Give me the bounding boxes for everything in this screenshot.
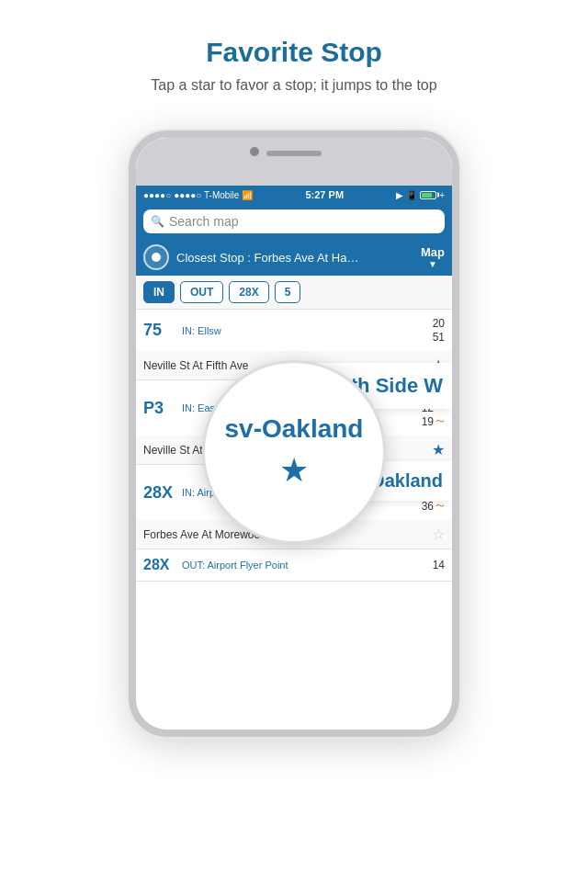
- time-value: 51: [433, 331, 445, 344]
- map-label: Map: [421, 245, 445, 259]
- wifi-icon: 📶: [242, 190, 253, 200]
- tab-28x[interactable]: 28X: [229, 281, 268, 303]
- magnify-inner: sv-Oakland ★: [205, 396, 383, 508]
- phone-top-bar: [136, 138, 452, 186]
- time-entry-75-2: 51: [433, 331, 445, 344]
- time-value: 20: [433, 317, 445, 330]
- status-time: 5:27 PM: [305, 189, 344, 200]
- route-number-p3: P3: [143, 399, 176, 418]
- wave-icon: 〜: [435, 500, 445, 513]
- location-icon: ▶: [396, 190, 403, 200]
- battery-icon: [420, 191, 436, 199]
- time-entry-p3-3: 19 〜: [422, 415, 445, 428]
- route-number-75: 75: [143, 321, 176, 340]
- route-number-28x-out: 28X: [143, 557, 176, 573]
- time-entry-28x-out-1: 14: [433, 559, 445, 571]
- route-times-75: 20 51: [433, 317, 445, 344]
- bluetooth-icon: 📱: [406, 190, 417, 200]
- location-circle-icon: [143, 244, 169, 270]
- location-dot: [152, 253, 161, 262]
- status-indicators: ▶ 📱 +: [396, 190, 445, 200]
- page-subtitle: Tap a star to favor a stop; it jumps to …: [151, 77, 436, 94]
- status-bar: ●●●●○ ●●●●○ T-Mobile 📶 5:27 PM ▶ 📱 +: [136, 186, 452, 204]
- route-direction-28x-out: OUT: Airport Flyer Point: [182, 560, 427, 571]
- route-number-28x: 28X: [143, 483, 176, 503]
- search-icon: 🔍: [151, 215, 164, 228]
- map-toggle-button[interactable]: Map ▼: [421, 245, 445, 269]
- time-entry-28x-3: 36 〜: [422, 500, 445, 513]
- status-carrier: ●●●●○ ●●●●○ T-Mobile 📶: [143, 190, 253, 200]
- magnify-route-name: sv-Oakland: [220, 414, 368, 444]
- star-icon-p3[interactable]: ★: [432, 441, 445, 458]
- closest-stop-text: Closest Stop : Forbes Ave At Hamb: [176, 251, 360, 265]
- tab-out[interactable]: OUT: [180, 281, 223, 303]
- route-row-28x-out[interactable]: 28X OUT: Airport Flyer Point 14: [136, 549, 452, 581]
- list-area: South Side W 75 IN: Ellsw 20 51: [136, 310, 452, 582]
- page-title: Favorite Stop: [151, 37, 436, 68]
- search-input-wrap[interactable]: 🔍 Search map: [143, 209, 445, 233]
- route-times-28x-out: 14: [433, 559, 445, 571]
- filter-tabs: IN OUT 28X 5: [136, 276, 452, 310]
- time-value: 14: [433, 559, 445, 571]
- route-row-75[interactable]: 75 IN: Ellsw 20 51: [136, 310, 452, 351]
- signal-dots: ●●●●○: [143, 190, 171, 200]
- magnify-star-icon[interactable]: ★: [220, 451, 368, 490]
- route-direction-75: IN: Ellsw: [182, 325, 427, 336]
- star-icon-28x-empty[interactable]: ☆: [432, 526, 445, 543]
- search-bar-container: 🔍 Search map: [136, 204, 452, 239]
- route-group-28x-out: 28X OUT: Airport Flyer Point 14: [136, 549, 452, 582]
- chevron-down-icon: ▼: [428, 259, 437, 269]
- magnify-overlay: sv-Oakland ★: [202, 360, 386, 544]
- tab-5[interactable]: 5: [275, 281, 301, 303]
- battery-plus: +: [439, 190, 445, 200]
- closest-stop-left: Closest Stop : Forbes Ave At Hamb: [143, 244, 360, 270]
- time-value: 36: [422, 500, 434, 513]
- phone-camera: [250, 147, 259, 156]
- page-header: Favorite Stop Tap a star to favor a stop…: [114, 0, 473, 103]
- search-input[interactable]: Search map: [169, 214, 437, 229]
- wave-icon: 〜: [435, 415, 445, 428]
- closest-stop-bar[interactable]: Closest Stop : Forbes Ave At Hamb Map ▼: [136, 239, 452, 276]
- phone-speaker: [266, 151, 322, 156]
- phone-frame: ●●●●○ ●●●●○ T-Mobile 📶 5:27 PM ▶ 📱 + 🔍 S…: [129, 130, 459, 737]
- phone-screen: ●●●●○ ●●●●○ T-Mobile 📶 5:27 PM ▶ 📱 + 🔍 S…: [136, 186, 452, 729]
- time-value: 19: [422, 415, 434, 428]
- carrier-name: ●●●●○ T-Mobile: [174, 190, 239, 200]
- tab-in[interactable]: IN: [143, 281, 175, 303]
- time-entry-75-1: 20: [433, 317, 445, 330]
